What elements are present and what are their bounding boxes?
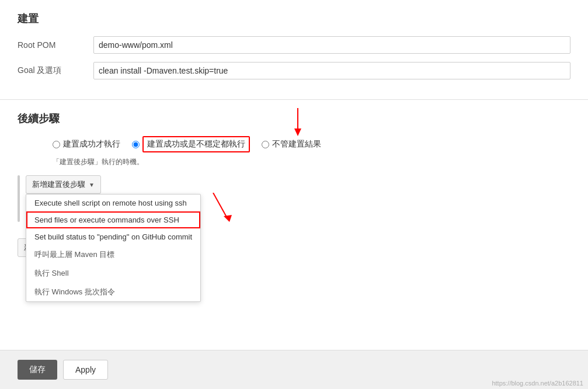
page-container: 建置 Root POM Goal 及選項 後續步驟 建置成功才執行 建置成功或是… [0, 0, 588, 389]
steps-wrapper: 新增建置後步驟 ▼ Execute shell script on remote… [18, 175, 570, 222]
dropdown-arrow-icon: ▼ [89, 182, 95, 188]
goal-row: Goal 及選項 [18, 62, 570, 79]
settings-section: 建置 Root POM Goal 及選項 [0, 0, 588, 100]
steps-content: 新增建置後步驟 ▼ Execute shell script on remote… [26, 175, 570, 222]
radio-success-or-unstable-label: 建置成功或是不穩定都執行 [142, 136, 250, 152]
goal-input[interactable] [93, 62, 570, 79]
dropdown-item-1[interactable]: Send files or execute commands over SSH [26, 211, 200, 228]
dropdown-item-0[interactable]: Execute shell script on remote host usin… [26, 194, 200, 211]
save-button[interactable]: 儲存 [18, 360, 57, 380]
settings-title: 建置 [18, 12, 570, 26]
dropdown-item-5[interactable]: 執行 Windows 批次指令 [26, 283, 200, 301]
radio-always-label: 不管建置結果 [272, 139, 321, 150]
dropdown-item-2[interactable]: Set build status to "pending" on GitHub … [26, 228, 200, 245]
post-steps-section: 後續步驟 建置成功才執行 建置成功或是不穩定都執行 不管建置結果 「建置後步驟」… [0, 100, 588, 269]
add-step-button[interactable]: 新增建置後步驟 ▼ [26, 175, 101, 194]
add-step-dropdown-container: 新增建置後步驟 ▼ Execute shell script on remote… [26, 175, 101, 194]
post-steps-title: 後續步驟 [18, 112, 570, 126]
root-pom-input[interactable] [93, 36, 570, 54]
hint-text: 「建置後步驟」執行的時機。 [18, 157, 570, 167]
dropdown-item-4[interactable]: 執行 Shell [26, 264, 200, 283]
add-step-dropdown-menu: Execute shell script on remote host usin… [26, 194, 201, 302]
goal-label: Goal 及選項 [18, 65, 93, 76]
radio-success-only[interactable]: 建置成功才執行 [53, 139, 120, 150]
watermark: https://blog.csdn.net/a2b162811 [492, 380, 583, 387]
radio-success-only-label: 建置成功才執行 [63, 139, 120, 150]
add-step-label: 新增建置後步驟 [32, 179, 85, 190]
dropdown-item-3[interactable]: 呼叫最上層 Maven 目標 [26, 245, 200, 264]
left-bar [18, 175, 20, 222]
apply-button[interactable]: Apply [63, 360, 108, 380]
radio-group: 建置成功才執行 建置成功或是不穩定都執行 不管建置結果 [18, 136, 570, 152]
root-pom-label: Root POM [18, 40, 93, 50]
root-pom-row: Root POM [18, 36, 570, 54]
radio-always[interactable]: 不管建置結果 [262, 139, 321, 150]
radio-success-or-unstable[interactable]: 建置成功或是不穩定都執行 [132, 136, 250, 152]
